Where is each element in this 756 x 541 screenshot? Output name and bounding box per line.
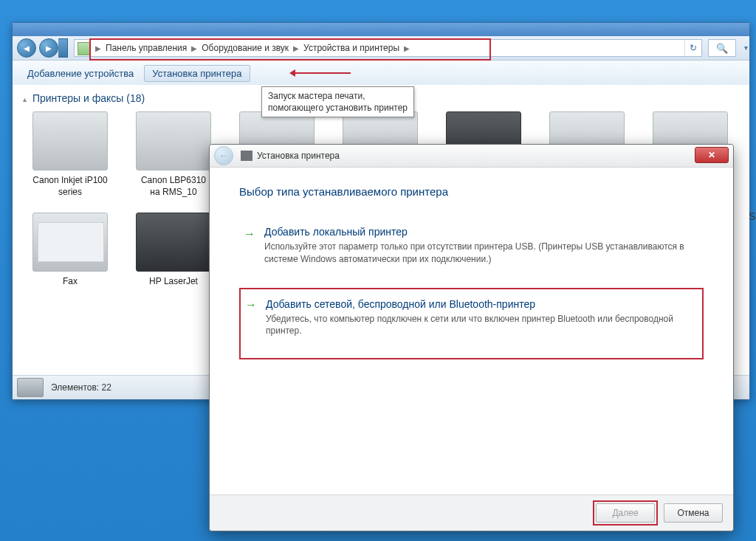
printer-icon	[241, 151, 252, 161]
group-title: Принтеры и факсы	[32, 92, 124, 104]
tooltip-line: помогающего установить принтер	[268, 102, 408, 114]
device-item[interactable]: HP LaserJet	[126, 213, 221, 288]
option-description: Используйте этот параметр только при отс…	[264, 241, 698, 266]
device-item[interactable]: Canon Inkjet iP100 series	[23, 111, 117, 198]
tooltip-line: Запуск мастера печати,	[268, 90, 408, 102]
collapse-icon: ▴	[23, 95, 27, 103]
cropped-text: S	[749, 210, 755, 222]
search-input[interactable]: 🔍	[708, 39, 736, 57]
option-title: Добавить сетевой, беспроводной или Bluet…	[266, 298, 696, 310]
wizard-heading: Выбор типа устанавливаемого принтера	[239, 185, 704, 198]
address-bar[interactable]: ▶ Панель управления ▶ Оборудование и зву…	[74, 39, 702, 57]
add-printer-button[interactable]: Установка принтера	[144, 65, 250, 82]
wizard-back-button[interactable]: ←	[214, 146, 233, 165]
wizard-titlebar[interactable]: ← Установка принтера ✕	[210, 145, 733, 168]
option-title: Добавить локальный принтер	[264, 226, 698, 238]
device-label: Fax	[23, 276, 117, 288]
group-count: (18)	[126, 92, 145, 104]
device-label: Canon LBP6310на RMS_10	[126, 175, 221, 198]
control-panel-icon	[78, 42, 91, 55]
breadcrumb-1[interactable]: Панель управления	[104, 43, 188, 53]
device-label: HP LaserJet	[126, 276, 221, 288]
cancel-button[interactable]: Отмена	[664, 503, 723, 523]
breadcrumb-3[interactable]: Устройства и принтеры	[302, 43, 401, 53]
option-local-printer[interactable]: → Добавить локальный принтер Используйте…	[239, 218, 704, 276]
device-label: Canon Inkjet iP100 series	[23, 175, 117, 198]
next-button[interactable]: Далее	[596, 503, 655, 523]
close-button[interactable]: ✕	[695, 147, 729, 163]
chevron-right-icon: ▶	[188, 44, 200, 52]
chevron-right-icon: ▶	[92, 44, 104, 52]
add-device-button[interactable]: Добавление устройства	[20, 65, 141, 82]
option-description: Убедитесь, что компьютер подключен к сет…	[266, 313, 696, 338]
chevron-right-icon: ▶	[290, 44, 302, 52]
annotation-arrow	[292, 72, 351, 74]
nav-back-button[interactable]: ◄	[17, 38, 36, 58]
explorer-titlebar	[13, 23, 749, 36]
wizard-title: Установка принтера	[257, 151, 340, 161]
nav-forward-button[interactable]: ►	[39, 38, 58, 58]
printer-icon	[32, 111, 108, 170]
nav-history-dropdown[interactable]	[58, 38, 68, 58]
printer-icon	[136, 111, 211, 170]
wizard-footer: Далее Отмена	[210, 495, 733, 531]
fax-icon	[32, 213, 108, 272]
restore-icon[interactable]: ▾	[744, 44, 748, 52]
device-item[interactable]: Canon LBP6310на RMS_10	[126, 111, 221, 198]
option-network-printer[interactable]: → Добавить сетевой, беспроводной или Blu…	[239, 288, 704, 360]
status-count: 22	[102, 382, 111, 393]
devices-icon	[17, 378, 44, 397]
chevron-right-icon: ▶	[401, 44, 413, 52]
nav-bar: ◄ ► ▶ Панель управления ▶ Оборудование и…	[13, 36, 749, 61]
arrow-right-icon: →	[244, 227, 255, 241]
status-label: Элементов:	[51, 382, 99, 393]
printer-icon	[136, 213, 211, 272]
annotation-highlight: Далее	[593, 500, 658, 526]
refresh-icon[interactable]: ↻	[684, 40, 701, 56]
wizard-body: Выбор типа устанавливаемого принтера → Д…	[210, 168, 733, 495]
add-printer-wizard: ← Установка принтера ✕ Выбор типа устана…	[209, 144, 734, 531]
device-item[interactable]: Fax	[23, 213, 117, 288]
breadcrumb-2[interactable]: Оборудование и звук	[200, 43, 290, 53]
command-bar: Добавление устройства Установка принтера…	[13, 61, 749, 86]
tooltip: Запуск мастера печати, помогающего устан…	[261, 86, 414, 117]
arrow-right-icon: →	[245, 298, 257, 311]
